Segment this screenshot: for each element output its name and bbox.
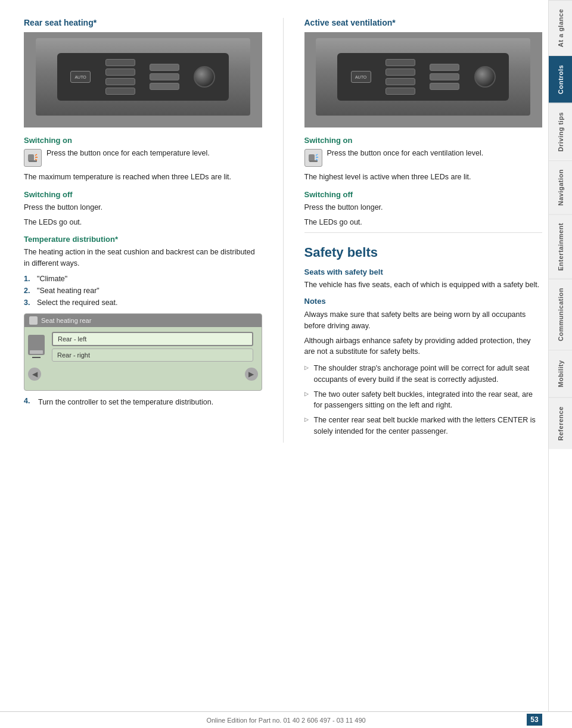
footer-bar: Online Edition for Part no. 01 40 2 606 … [0,711,572,728]
left-column: Rear seat heating* AUTO [24,18,268,443]
screen-image: Seat heating rear Rear - left Rear - rig… [24,313,262,391]
svg-line-4 [35,159,37,160]
screen-header-icon [29,316,38,325]
nav-right-arrow[interactable]: ▶ [245,368,258,381]
page-number: 53 [527,714,542,726]
buttons-group-right [386,59,415,95]
auto-button: AUTO [70,71,91,83]
left-knob [194,66,215,88]
left-section-title: Rear seat heating* [24,18,262,27]
screen-row-right: Rear - right [52,349,253,362]
sidebar-item-communication[interactable]: Communication [549,279,572,350]
list-item-1: 1. "Climate" [24,273,262,285]
right-knob [474,66,496,88]
sidebar: At a glance Controls Driving tips Naviga… [548,0,572,728]
bullet-item-2: The two outer safety belt buckles, integ… [304,387,543,413]
right-section-title: Active seat ventilation* [304,18,543,27]
list-item-3: 3. Select the required seat. [24,297,262,309]
auto-button-right: AUTO [351,71,371,83]
svg-line-7 [316,154,318,155]
switching-off-text2-right: The LEDs go out. [304,217,543,228]
buttons-group [105,59,135,95]
temp-dist-text: The heating action in the seat cushion a… [24,247,262,269]
sidebar-item-driving-tips[interactable]: Driving tips [549,103,572,160]
left-section-image: AUTO [24,32,262,127]
footer-text: Online Edition for Part no. 01 40 2 606 … [206,717,365,724]
sidebar-item-controls[interactable]: Controls [549,55,572,103]
step4: 4. Turn the controller to set the temper… [24,397,262,408]
temp-dist-title: Temperature distribution* [24,235,262,244]
svg-rect-6 [309,160,318,162]
switching-on-note-left: The maximum temperature is reached when … [24,172,262,183]
step-num-3: 3. [24,297,33,309]
step-text-1: "Climate" [37,273,67,285]
step4-text: Turn the controller to set the temperatu… [38,397,213,408]
buttons-group2 [150,64,179,90]
list-item-2: 2. "Seat heating rear" [24,285,262,297]
switching-on-text-left: Press the button once for each temperatu… [46,148,262,159]
switching-on-note-right: The highest level is active when three L… [304,172,543,183]
switching-on-content-right: Press the button once for each ventilati… [304,148,543,167]
steps-list: 1. "Climate" 2. "Seat heating rear" 3. S… [24,273,262,309]
switching-on-title-right: Switching on [304,136,543,145]
step-num-1: 1. [24,273,33,285]
right-column: Active seat ventilation* AUTO [299,18,543,443]
step-text-2: "Seat heating rear" [37,285,100,297]
seats-title: Seats with safety belt [304,267,543,276]
switching-off-text2-left: The LEDs go out. [24,217,262,228]
bullet-list: The shoulder strap's anchorage point wil… [304,361,543,439]
screen-header: Seat heating rear [24,314,262,327]
seat-heat-icon-left [24,149,42,167]
sidebar-item-entertainment[interactable]: Entertainment [549,214,572,279]
column-divider [283,18,284,443]
svg-line-9 [316,159,318,160]
screen-header-text: Seat heating rear [41,317,91,324]
step4-num: 4. [24,397,35,405]
svg-line-2 [35,154,37,155]
safety-belts-title: Safety belts [304,245,543,260]
notes-para2: Although airbags enhance safety by provi… [304,335,543,358]
screen-nav: ◀ ▶ [24,366,262,382]
switching-off-title-left: Switching off [24,190,262,199]
svg-rect-1 [29,160,37,162]
switching-on-text-right: Press the button once for each ventilati… [327,148,543,159]
section-divider [304,232,543,233]
sidebar-item-mobility[interactable]: Mobility [549,350,572,397]
seat-vent-icon [304,149,322,167]
switching-on-content-left: Press the button once for each temperatu… [24,148,262,167]
step-text-3: Select the required seat. [37,297,118,309]
switching-off-text1-left: Press the button longer. [24,202,262,213]
bullet-item-1: The shoulder strap's anchorage point wil… [304,361,543,387]
screen-row-left: Rear - left [52,332,253,346]
nav-left-arrow[interactable]: ◀ [28,368,41,381]
switching-on-title-left: Switching on [24,136,262,145]
switching-off-title-right: Switching off [304,190,543,199]
seats-text: The vehicle has five seats, each of whic… [304,279,543,291]
step-num-2: 2. [24,285,33,297]
switching-off-text1-right: Press the button longer. [304,202,543,213]
notes-label: Notes [304,297,543,306]
sidebar-item-navigation[interactable]: Navigation [549,160,572,214]
buttons-group2-right [430,64,459,90]
sidebar-item-at-a-glance[interactable]: At a glance [549,0,572,55]
bullet-item-3: The center rear seat belt buckle marked … [304,413,543,439]
notes-para1: Always make sure that safety belts are b… [304,309,543,332]
right-section-image: AUTO [304,32,543,127]
sidebar-item-reference[interactable]: Reference [549,397,572,449]
